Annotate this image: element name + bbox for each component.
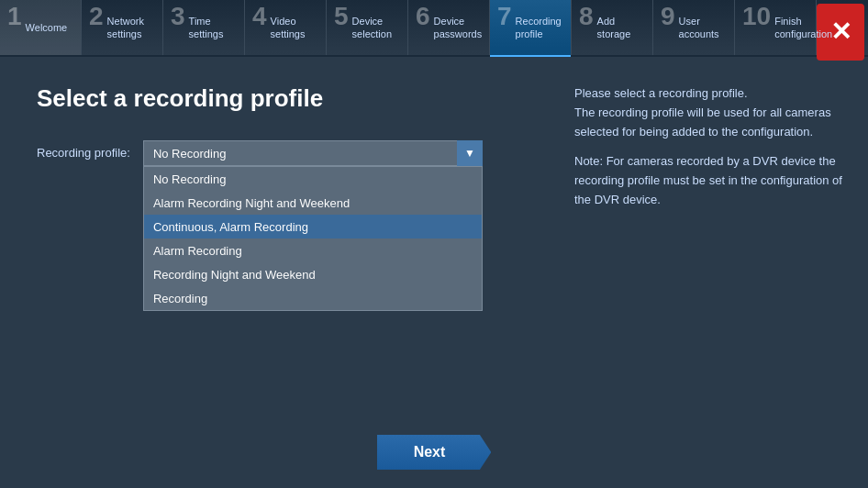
nav-number-7: 7 xyxy=(497,0,512,29)
info-line-2: Note: For cameras recorded by a DVR devi… xyxy=(574,152,850,209)
nav-item-video[interactable]: 4 Videosettings xyxy=(245,0,327,55)
recording-profile-dropdown[interactable]: No Recording ▼ No Recording Alarm Record… xyxy=(143,140,483,166)
nav-label-time: Timesettings xyxy=(189,15,237,41)
nav-number-10: 10 xyxy=(742,0,771,29)
dropdown-option-no-recording[interactable]: No Recording xyxy=(144,167,482,191)
nav-number-3: 3 xyxy=(171,0,185,29)
dropdown-option-alarm-recording[interactable]: Alarm Recording xyxy=(144,238,482,262)
page-title: Select a recording profile xyxy=(37,84,519,113)
main-content: Select a recording profile Recording pro… xyxy=(0,57,868,488)
nav-item-add-storage[interactable]: 8 Addstorage xyxy=(572,0,653,55)
dropdown-option-alarm-night-weekend[interactable]: Alarm Recording Night and Weekend xyxy=(144,191,482,215)
nav-number-4: 4 xyxy=(252,0,267,29)
nav-number-8: 8 xyxy=(579,0,594,29)
right-panel: Please select a recording profile.The re… xyxy=(556,57,868,488)
form-label: Recording profile: xyxy=(37,140,130,160)
nav-item-welcome[interactable]: 1 Welcome xyxy=(0,0,82,55)
nav-label-user-accounts: Useraccounts xyxy=(679,15,727,41)
nav-item-finish[interactable]: 10 Finishconfiguration xyxy=(735,0,817,55)
nav-item-recording-profile[interactable]: 7 Recordingprofile xyxy=(490,0,572,55)
nav-number-1: 1 xyxy=(7,0,22,29)
info-text: Please select a recording profile.The re… xyxy=(574,84,850,210)
dropdown-list: No Recording Alarm Recording Night and W… xyxy=(143,166,483,311)
dropdown-selected-value[interactable]: No Recording xyxy=(143,140,483,166)
left-panel: Select a recording profile Recording pro… xyxy=(0,57,556,488)
dropdown-option-recording-night-weekend[interactable]: Recording Night and Weekend xyxy=(144,262,482,286)
dropdown-option-recording[interactable]: Recording xyxy=(144,286,482,310)
nav-number-9: 9 xyxy=(661,0,675,29)
nav-number-5: 5 xyxy=(334,0,349,29)
bottom-bar: Next xyxy=(0,435,868,470)
dropdown-selected-text: No Recording xyxy=(153,147,227,161)
dropdown-option-continuous-alarm[interactable]: Continuous, Alarm Recording xyxy=(144,215,482,238)
dropdown-arrow-icon[interactable]: ▼ xyxy=(457,140,483,166)
nav-number-6: 6 xyxy=(416,0,430,29)
form-row: Recording profile: No Recording ▼ No Rec… xyxy=(37,140,519,166)
nav-label-video: Videosettings xyxy=(271,15,318,41)
nav-label-finish: Finishconfiguration xyxy=(774,15,832,41)
nav-item-time[interactable]: 3 Timesettings xyxy=(163,0,245,55)
nav-item-device-selection[interactable]: 5 Deviceselection xyxy=(327,0,408,55)
nav-label-network: Networksettings xyxy=(107,15,155,41)
top-navigation: 1 Welcome 2 Networksettings 3 Timesettin… xyxy=(0,0,868,57)
nav-number-2: 2 xyxy=(89,0,104,29)
nav-item-network[interactable]: 2 Networksettings xyxy=(82,0,163,55)
nav-label-device-selection: Deviceselection xyxy=(352,15,400,41)
nav-label-welcome: Welcome xyxy=(26,21,73,34)
next-button[interactable]: Next xyxy=(377,435,492,470)
nav-label-device-passwords: Devicepasswords xyxy=(434,15,483,41)
nav-item-user-accounts[interactable]: 9 Useraccounts xyxy=(653,0,735,55)
nav-label-recording-profile: Recordingprofile xyxy=(516,15,563,41)
close-icon: ✕ xyxy=(830,19,851,45)
nav-label-add-storage: Addstorage xyxy=(597,15,645,41)
info-line-1: Please select a recording profile.The re… xyxy=(574,84,850,141)
nav-item-device-passwords[interactable]: 6 Devicepasswords xyxy=(408,0,490,55)
